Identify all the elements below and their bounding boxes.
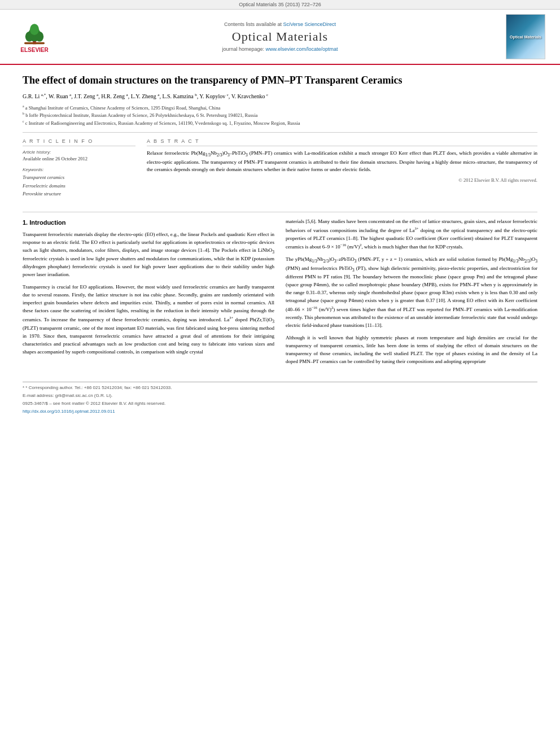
journal-center: Contents lists available at SciVerse Sci… <box>67 21 493 52</box>
article-info-panel: A R T I C L E I N F O Article history: A… <box>23 138 135 202</box>
abstract-panel: A B S T R A C T Relaxor ferroelectric Pb… <box>147 138 537 202</box>
divider-line <box>23 132 537 133</box>
homepage-label: journal homepage: <box>222 46 265 52</box>
footnote-issn: 0925-3467/$ – see front matter © 2012 El… <box>23 400 537 407</box>
body-para-1: Transparent ferroelectric materials disp… <box>23 231 274 279</box>
journal-cover-image: Optical Materials <box>506 14 545 59</box>
article-available-online: Available online 26 October 2012 <box>23 156 135 163</box>
article-title: The effect of domain structures on the t… <box>23 74 537 87</box>
body-para-2: Transparency is crucial for EO applicati… <box>23 283 274 356</box>
copyright-text: © 2012 Elsevier B.V. All rights reserved… <box>147 177 537 183</box>
affiliation-a: a a Shanghai Institute of Ceramics, Chin… <box>23 104 537 112</box>
article-history-group: Article history: Available online 26 Oct… <box>23 150 135 163</box>
footnote-email: E-mail address: grli@mail.sic.ac.cn (G.R… <box>23 392 537 399</box>
keywords-list: Transparent ceramics Ferroelectric domai… <box>23 173 135 198</box>
svg-point-4 <box>30 24 39 35</box>
homepage-url[interactable]: www.elsevier.com/locate/optmat <box>266 46 338 52</box>
sciverse-line: Contents lists available at SciVerse Sci… <box>67 21 493 27</box>
divider-line-2 <box>23 212 537 212</box>
svg-rect-5 <box>24 42 45 45</box>
keywords-title: Keywords: <box>23 167 135 172</box>
citation-text: Optical Materials 35 (2013) 722–726 <box>239 2 321 7</box>
citation-bar: Optical Materials 35 (2013) 722–726 <box>0 0 560 10</box>
contents-label: Contents lists available at <box>224 21 283 27</box>
keyword-2: Ferroelectric domains <box>23 182 135 190</box>
journal-header: ELSEVIER Contents lists available at Sci… <box>0 10 560 65</box>
abstract-text: Relaxor ferroelectric Pb(Mg1/3Nb2/3)O3–P… <box>147 150 537 173</box>
article-info-label: A R T I C L E I N F O <box>23 138 135 146</box>
journal-homepage: journal homepage: www.elsevier.com/locat… <box>67 46 493 52</box>
elsevier-wordmark: ELSEVIER <box>20 47 48 53</box>
authors-line: G.R. Li a,*, W. Ruan a, J.T. Zeng a, H.R… <box>23 91 537 100</box>
cover-label: Optical Materials <box>510 35 541 39</box>
body-para-5: Although it is well known that highly sy… <box>286 334 537 366</box>
affiliation-c: c c Institute of Radioengineering and El… <box>23 119 537 127</box>
abstract-label: A B S T R A C T <box>147 138 537 146</box>
body-para-4: The yPb(Mg1/3Nb2/3)O3–zPbTiO3 (PMN–PT, y… <box>286 256 537 329</box>
article-history-title: Article history: <box>23 150 135 155</box>
elsevier-tree-icon <box>18 20 51 46</box>
issn-text: 0925-3467/$ – see front matter © 2012 El… <box>23 401 165 406</box>
section1-heading: 1. Introduction <box>23 218 274 228</box>
elsevier-logo-container: ELSEVIER <box>9 20 60 53</box>
main-content: The effect of domain structures on the t… <box>0 65 560 425</box>
journal-cover-container: Optical Materials <box>500 14 551 59</box>
left-column: 1. Introduction Transparent ferroelectri… <box>23 218 274 370</box>
footnote-corresponding: * * Corresponding author. Tel.: +86 021 … <box>23 385 537 391</box>
right-column: materials [5,6]. Many studies have been … <box>286 218 537 370</box>
footer: * * Corresponding author. Tel.: +86 021 … <box>23 382 537 415</box>
footnote-doi: http://dx.doi.org/10.1016/j.optmat.2012.… <box>23 408 537 415</box>
journal-title: Optical Materials <box>67 29 493 44</box>
doi-link[interactable]: http://dx.doi.org/10.1016/j.optmat.2012.… <box>23 409 115 414</box>
body-columns: 1. Introduction Transparent ferroelectri… <box>23 218 537 370</box>
info-abstract-section: A R T I C L E I N F O Article history: A… <box>23 138 537 202</box>
affiliation-b: b b Ioffe Physicotechnical Institute, Ru… <box>23 111 537 119</box>
keyword-3: Perovskite structure <box>23 190 135 198</box>
keyword-1: Transparent ceramics <box>23 173 135 181</box>
keywords-group: Keywords: Transparent ceramics Ferroelec… <box>23 167 135 198</box>
footnote-email-text: E-mail address: grli@mail.sic.ac.cn (G.R… <box>23 393 112 398</box>
affiliations: a a Shanghai Institute of Ceramics, Chin… <box>23 104 537 127</box>
footnote-corresponding-text: * Corresponding author. Tel.: +86 021 52… <box>25 385 172 390</box>
body-para-3: materials [5,6]. Many studies have been … <box>286 218 537 252</box>
author-list: G.R. Li a,*, W. Ruan a, J.T. Zeng a, H.R… <box>23 93 268 99</box>
sciverse-link[interactable]: SciVerse ScienceDirect <box>283 21 336 27</box>
